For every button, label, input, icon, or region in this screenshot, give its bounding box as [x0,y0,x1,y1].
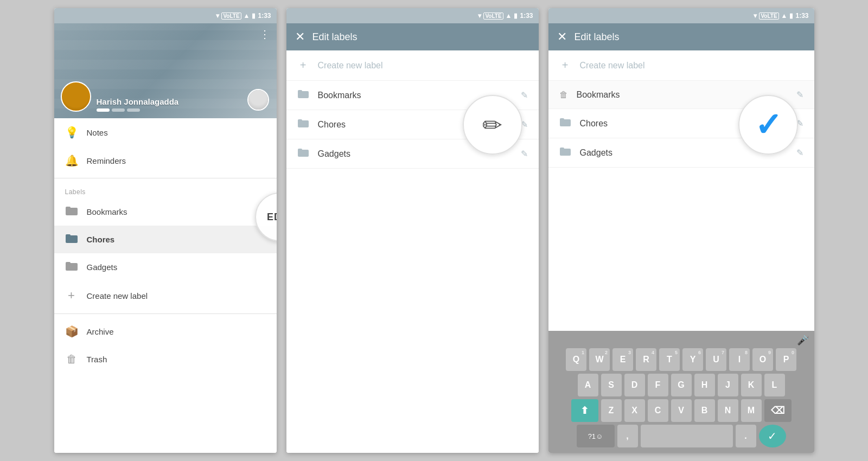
signal-icon-2: ▲ [506,12,512,20]
key-s[interactable]: S [601,374,622,396]
key-y[interactable]: 6Y [682,348,703,371]
close-button-2[interactable]: ✕ [295,30,305,44]
key-k[interactable]: K [741,374,762,396]
key-c[interactable]: C [648,399,668,422]
battery-icon-2: ▮ [514,12,518,20]
key-j[interactable]: J [718,374,738,396]
key-e[interactable]: 3E [612,348,633,371]
signal-icon: ▲ [244,12,250,20]
pencil-gadgets-icon-2[interactable]: ✎ [521,149,528,159]
sidebar-item-reminders[interactable]: 🔔 Reminders [54,146,277,175]
backspace-key[interactable]: ⌫ [764,399,792,422]
wifi-icon: ▾ [216,12,219,20]
profile-section: ⋮ Harish Jonnalagadda [54,23,277,118]
key-g[interactable]: G [671,374,692,396]
keyboard-top-row: 🎤 [551,334,812,346]
profile-header-right: ⋮ [259,28,270,41]
volte-badge: VoLTE [221,12,241,20]
folder-gadgets-icon [65,261,78,273]
plus-icon: + [65,289,78,303]
key-o[interactable]: 9O [752,348,773,371]
phone-1: ▾ VoLTE ▲ ▮ 1:33 ⋮ Harish Jonnalagadda [54,8,277,453]
wifi-icon-3: ▾ [754,12,757,20]
pencil-circle-overlay: ✏ [463,95,522,155]
folder-chores-icon [65,233,78,246]
pencil-bookmarks-icon-2[interactable]: ✎ [521,90,528,100]
trash-bookmarks-icon-3[interactable]: 🗑 [559,90,568,100]
create-label-placeholder-3: Create new label [580,61,803,71]
folder-chores-icon-3 [559,118,571,129]
key-i[interactable]: 8I [729,348,750,371]
create-new-label-item-3[interactable]: + Create new label [548,50,814,81]
folder-chores-icon-2 [297,119,309,130]
chores-label: Chores [87,235,115,244]
svg-rect-3 [66,234,71,237]
battery-icon-3: ▮ [789,12,793,20]
status-icons-2: ▾ VoLTE ▲ ▮ 1:33 [478,12,533,20]
pencil-bookmarks-icon-3[interactable]: ✎ [796,89,803,100]
key-m[interactable]: M [741,399,762,422]
key-v[interactable]: V [671,399,692,422]
key-n[interactable]: N [718,399,738,422]
key-r[interactable]: 4R [636,348,656,371]
sidebar-item-bookmarks[interactable]: Bookmarks [54,198,277,226]
phone-3: ▾ VoLTE ▲ ▮ 1:33 ✕ Edit labels + Create … [548,8,814,453]
trash-label: Trash [87,355,107,364]
edit-labels-title-3: Edit labels [575,31,620,43]
wifi-icon-2: ▾ [478,12,481,20]
symbol-key[interactable]: ?1☺ [577,425,615,447]
phone-2: ▾ VoLTE ▲ ▮ 1:33 ✕ Edit labels + Create … [286,8,539,453]
key-u[interactable]: 7U [706,348,726,371]
svg-rect-1 [66,207,71,209]
checkmark-large-icon: ✓ [755,106,782,144]
reminder-icon: 🔔 [65,154,78,167]
pencil-gadgets-icon-3[interactable]: ✎ [796,148,803,158]
key-t[interactable]: 5T [659,348,680,371]
avatar-image [62,82,90,111]
comma-key[interactable]: , [617,425,638,447]
trash-icon: 🗑 [65,353,78,366]
space-key[interactable] [641,425,733,447]
create-new-label-item-2[interactable]: + Create new label [286,50,539,81]
sidebar-item-gadgets[interactable]: Gadgets [54,253,277,281]
key-f[interactable]: F [648,374,668,396]
key-x[interactable]: X [624,399,645,422]
status-bar-3: ▾ VoLTE ▲ ▮ 1:33 [548,8,814,23]
folder-bookmarks-icon-2 [297,89,309,101]
notes-label: Notes [87,128,108,137]
edit-button-label: EDIT [267,212,277,223]
sidebar-item-chores[interactable]: Chores [54,226,277,253]
pencil-large-icon: ✏ [482,111,502,139]
profile-info: Harish Jonnalagadda [97,97,270,112]
sidebar-item-archive[interactable]: 📦 Archive [54,317,277,345]
key-z[interactable]: Z [601,399,622,422]
avatar-secondary-image [248,90,268,110]
dot-3 [127,108,140,112]
key-w[interactable]: 2W [589,348,610,371]
shift-key[interactable]: ⬆ [571,399,598,422]
enter-key[interactable]: ✓ [759,425,786,447]
create-label-placeholder-2: Create new label [318,61,528,71]
more-options-icon[interactable]: ⋮ [259,28,270,40]
key-p[interactable]: 0P [776,348,796,371]
close-button-3[interactable]: ✕ [557,30,567,44]
divider-2 [54,313,277,314]
enter-check-icon: ✓ [768,430,777,443]
key-q[interactable]: 1Q [566,348,586,371]
mic-icon[interactable]: 🎤 [797,334,809,346]
key-d[interactable]: D [624,374,645,396]
key-h[interactable]: H [694,374,715,396]
key-a[interactable]: A [578,374,598,396]
key-l[interactable]: L [764,374,785,396]
sidebar-item-create-label[interactable]: + Create new label [54,281,277,310]
time-display-3: 1:33 [795,12,808,20]
nav-list: 💡 Notes 🔔 Reminders Labels Bookmarks Cho… [54,118,277,453]
status-icons-1: ▾ VoLTE ▲ ▮ 1:33 [216,12,271,20]
key-b[interactable]: B [694,399,715,422]
folder-bookmarks-icon [65,206,78,218]
period-key[interactable]: . [736,425,756,447]
sidebar-item-notes[interactable]: 💡 Notes [54,118,277,146]
sidebar-item-trash[interactable]: 🗑 Trash [54,345,277,373]
svg-rect-15 [560,148,564,150]
status-bar-1: ▾ VoLTE ▲ ▮ 1:33 [54,8,277,23]
